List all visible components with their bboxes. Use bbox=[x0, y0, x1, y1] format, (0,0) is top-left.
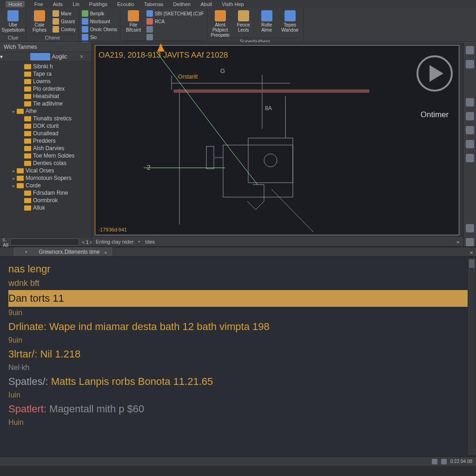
expand-icon[interactable]: » bbox=[456, 239, 459, 245]
output-line: 3lrtar/: Nil 1.218 bbox=[8, 346, 468, 362]
ribbon-group-chene: Cate FiphesMareGsrantCootoyChene bbox=[26, 8, 79, 41]
sio-icon[interactable]: Sio bbox=[82, 34, 117, 40]
tree-item-label: Oormbrok bbox=[33, 197, 58, 204]
status-time: 0:22 04 08 bbox=[450, 459, 472, 464]
tool-nav-icon[interactable] bbox=[466, 60, 474, 68]
chevron-down-icon[interactable]: ▾ bbox=[0, 53, 20, 60]
tree-item[interactable]: Alsh Darvies bbox=[0, 145, 90, 152]
tree-root-row[interactable]: ▾ Aogilc × bbox=[0, 52, 92, 62]
gsrant-icon[interactable]: Gsrant bbox=[53, 18, 76, 25]
chevron-up-icon[interactable]: ▴ bbox=[105, 250, 107, 254]
scrollbar-thumb[interactable] bbox=[469, 259, 475, 268]
tree-body[interactable]: Sibnki hTape raLowmsPlo orderdexHieatsih… bbox=[0, 62, 92, 237]
menu-visth hep[interactable]: Visth Hep bbox=[222, 1, 244, 7]
chevron-right-icon[interactable]: ▸ bbox=[10, 176, 17, 181]
cootoy-icon[interactable]: Cootoy bbox=[53, 26, 76, 33]
grid1-icon[interactable] bbox=[146, 26, 204, 33]
tree-item[interactable]: Fdrsdam Rine bbox=[0, 189, 90, 197]
tepes-icon[interactable]: Tepes Wandoe bbox=[280, 10, 300, 33]
status-disk-icon[interactable] bbox=[441, 459, 447, 464]
chevron-right-icon[interactable]: ▸ bbox=[10, 109, 17, 114]
folder-icon bbox=[24, 161, 31, 166]
ntorbsunt-icon[interactable]: Ntorbsunt bbox=[82, 18, 117, 25]
onolc-icon[interactable]: Onolc Otems bbox=[82, 26, 117, 33]
tree-item[interactable]: Lowms bbox=[0, 78, 90, 85]
close-icon[interactable]: × bbox=[72, 53, 92, 60]
tool-cube-icon[interactable] bbox=[466, 126, 474, 134]
menu-ecoutio[interactable]: Ecoutio bbox=[117, 1, 134, 7]
feoce-icon[interactable]: Feoce Leols bbox=[233, 10, 254, 33]
tree-item[interactable]: Hieatsihiat bbox=[0, 93, 90, 100]
alont-icon[interactable]: Alont Pidpirct Preopete bbox=[210, 10, 231, 38]
tree-item[interactable]: Sibnki h bbox=[0, 63, 90, 70]
tool-sync-icon[interactable] bbox=[466, 224, 474, 232]
folder-icon bbox=[24, 139, 31, 144]
tree-item[interactable]: Alluk bbox=[0, 204, 90, 212]
benplk-icon[interactable]: Benplk bbox=[82, 10, 117, 17]
tool-pan-icon[interactable] bbox=[466, 112, 474, 120]
tree-item-label: DOK cturit bbox=[33, 123, 59, 129]
tool-info-icon[interactable] bbox=[466, 46, 474, 54]
tree-item[interactable]: ▸Mornotoun Sopers bbox=[0, 174, 90, 182]
bifcsint-icon[interactable]: Fite Bifcsint bbox=[123, 10, 144, 33]
chevron-down-icon[interactable]: ▾ bbox=[138, 239, 140, 244]
tree-item[interactable]: Tiunalts stretics bbox=[0, 115, 90, 122]
drawing-viewport[interactable]: OA219, 2018-913 JAVITS AAf 21028 ·17936d… bbox=[95, 45, 459, 235]
tree-item[interactable]: Denties colas bbox=[0, 159, 90, 167]
chevron-right-icon[interactable]: ▸ bbox=[10, 168, 17, 173]
close-icon[interactable]: × bbox=[469, 249, 473, 256]
rulte-icon[interactable]: Rulte Alme bbox=[257, 10, 277, 33]
tree-item[interactable]: DOK cturit bbox=[0, 122, 90, 130]
tree-item[interactable]: Tape ra bbox=[0, 70, 90, 78]
folder-icon bbox=[24, 131, 31, 136]
tool-gear-icon[interactable] bbox=[466, 238, 474, 246]
dim-label-8a: 8A bbox=[265, 105, 272, 112]
line-seg-icon[interactable]: Ube Sypetsitom bbox=[3, 10, 23, 33]
tree-item-label: Denties colas bbox=[33, 160, 66, 166]
command-tab-main[interactable]: Grewnorx.Ditenenls time▴ bbox=[33, 247, 112, 256]
tree-item[interactable]: ▸Vical Orses bbox=[0, 167, 90, 174]
menu-deithen[interactable]: Deithen bbox=[173, 1, 191, 7]
tree-item[interactable]: Plo orderdex bbox=[0, 85, 90, 93]
tree-item[interactable]: Ounallead bbox=[0, 130, 90, 137]
menu-paitihgs[interactable]: Paitihgs bbox=[89, 1, 107, 7]
viewport-mode[interactable]: Enting clay nider bbox=[96, 239, 133, 245]
tree-item[interactable]: Predders bbox=[0, 137, 90, 145]
menu-fne[interactable]: Fne bbox=[34, 1, 43, 7]
menu-hookt[interactable]: Hookt bbox=[6, 1, 25, 7]
folder-icon bbox=[24, 64, 31, 69]
tool-plus-icon[interactable] bbox=[466, 98, 474, 106]
tool-layers-icon[interactable] bbox=[466, 140, 474, 148]
tree-footer: c. All < 1 > bbox=[0, 237, 92, 246]
scrollbar-track[interactable] bbox=[469, 258, 475, 455]
tree-item[interactable]: ▸Corde bbox=[0, 182, 90, 189]
tree-item[interactable]: ▸Alhe bbox=[0, 107, 90, 115]
chevron-down-icon[interactable]: ▾ bbox=[25, 250, 27, 254]
menu-abult[interactable]: Abult bbox=[200, 1, 212, 7]
dim-label-o: ·Orstariit bbox=[177, 73, 198, 80]
tree-item-label: Vical Orses bbox=[26, 167, 54, 174]
chevron-right-icon[interactable]: ▸ bbox=[10, 183, 17, 188]
statusbar: Aowrds egrcly Steophine Siactt ; 28015 6… bbox=[0, 456, 476, 466]
grid2-icon[interactable] bbox=[146, 34, 204, 40]
tree-item[interactable]: Oormbrok bbox=[0, 197, 90, 204]
command-output[interactable]: nas lengrwdnk bftDan torts 119uinDrlinat… bbox=[0, 257, 476, 456]
mare-icon[interactable]: Mare bbox=[53, 10, 76, 17]
menu-tabenas[interactable]: Tabenas bbox=[144, 1, 164, 7]
folder-icon bbox=[24, 86, 31, 92]
viewport-tdes[interactable]: tdes bbox=[145, 239, 155, 245]
sbi-icon[interactable]: SBI [SKETCHEM] (C)IF bbox=[146, 10, 204, 17]
rca-icon[interactable]: RCA bbox=[146, 18, 204, 25]
menu-lin[interactable]: Lin bbox=[73, 1, 79, 7]
command-tab-blank[interactable]: ▾ bbox=[14, 247, 33, 256]
tree-item[interactable]: Tie adlitvine bbox=[0, 100, 90, 107]
page-prev-icon[interactable]: < bbox=[81, 239, 86, 245]
cube-icon[interactable]: Cate Fiphes bbox=[29, 10, 50, 33]
folder-icon bbox=[24, 116, 31, 121]
project-icon bbox=[30, 53, 50, 60]
status-net-icon[interactable] bbox=[432, 459, 437, 464]
tool-globe-icon[interactable] bbox=[466, 154, 474, 162]
tree-search-input[interactable] bbox=[10, 238, 79, 245]
menu-aids[interactable]: Aids bbox=[53, 1, 63, 7]
tree-item[interactable]: Toe Mem Soldes bbox=[0, 152, 90, 159]
